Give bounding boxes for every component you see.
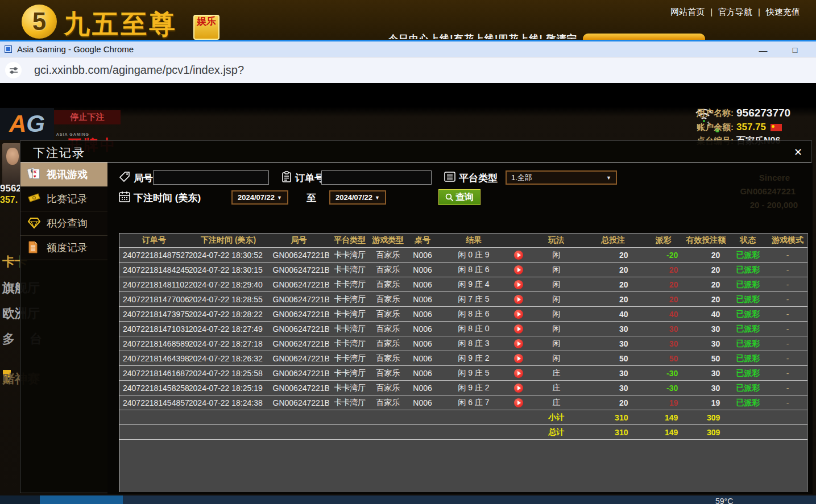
cell-table: N006 bbox=[405, 248, 440, 262]
dealer-avatar bbox=[2, 143, 21, 188]
url-text[interactable]: gci.xxinbb.com/agingame/pcv1/index.jsp? bbox=[34, 64, 244, 77]
subtotal-row-cell bbox=[508, 410, 529, 424]
cell-time: 2024-07-22 18:29:40 bbox=[189, 277, 268, 291]
cell-game: 百家乐 bbox=[370, 307, 405, 321]
search-button[interactable]: 查询 bbox=[438, 189, 481, 205]
sidebar-item-points-query[interactable]: 积分查询 bbox=[20, 211, 107, 236]
cell-platform: 卡卡湾厅 bbox=[329, 307, 370, 321]
table-header-cell bbox=[508, 234, 529, 247]
cell-round: GN006247221BX bbox=[268, 248, 330, 262]
cell-replay bbox=[508, 322, 529, 336]
subtotal-row-cell bbox=[189, 410, 268, 424]
platform-type-select[interactable]: 1.全部 ▼ bbox=[506, 170, 617, 185]
replay-play-icon[interactable] bbox=[514, 280, 523, 289]
chevron-down-icon: ▼ bbox=[375, 195, 380, 201]
close-icon[interactable]: ✕ bbox=[794, 146, 802, 159]
date-to-select[interactable]: 2024/07/22 ▼ bbox=[329, 190, 386, 205]
window-titlebar: Asia Gaming - Google Chrome — □ bbox=[0, 40, 816, 57]
cell-table: N006 bbox=[405, 351, 440, 365]
cell-table: N006 bbox=[405, 263, 440, 277]
table-row: 2407221814582582024-07-22 18:25:19GN0062… bbox=[119, 381, 807, 395]
replay-play-icon[interactable] bbox=[514, 384, 523, 393]
platform-type-label: 平台类型 bbox=[459, 172, 498, 185]
brand-name: 九五至尊 bbox=[64, 7, 177, 40]
cell-status: 已派彩 bbox=[728, 322, 768, 336]
sidebar-item-video-games[interactable]: 9K♥ 视讯游戏 bbox=[20, 163, 107, 187]
table-header-cell: 平台类型 bbox=[329, 234, 370, 247]
subtotal-row-cell bbox=[329, 410, 370, 424]
cell-payout: 50 bbox=[643, 351, 684, 365]
cell-valid-bet: 50 bbox=[684, 351, 728, 365]
table-row: 2407221814685892024-07-22 18:27:18GN0062… bbox=[119, 336, 807, 351]
cell-valid-bet: 30 bbox=[684, 381, 728, 395]
nav-link-recharge[interactable]: 快速充值 bbox=[766, 7, 800, 18]
window-maximize-button[interactable]: □ bbox=[782, 41, 808, 59]
cell-mode: - bbox=[768, 351, 807, 365]
table-header-cell: 局号 bbox=[268, 234, 330, 247]
site-settings-icon[interactable] bbox=[5, 62, 22, 78]
cell-time: 2024-07-22 18:25:58 bbox=[189, 366, 268, 380]
cell-mode: - bbox=[768, 322, 807, 336]
site-banner: 5 九五至尊 娱乐 网站首页 官方导航 快速充值 今日中心上线!有花上线!四花上… bbox=[0, 0, 816, 40]
cell-payout: -30 bbox=[643, 366, 684, 380]
replay-play-icon[interactable] bbox=[514, 265, 523, 274]
cell-total-bet: 20 bbox=[583, 248, 643, 262]
total-row-cell: 总计 bbox=[529, 425, 583, 439]
date-from-select[interactable]: 2024/07/22 ▼ bbox=[231, 190, 288, 205]
brand-logo: 5 bbox=[22, 5, 57, 39]
sidebar-item-label: 额度记录 bbox=[47, 241, 88, 255]
table-row: 2407221814548572024-07-22 18:24:38GN0062… bbox=[119, 395, 807, 410]
window-title: Asia Gaming - Google Chrome bbox=[17, 44, 134, 54]
background-username-partial: 9562 bbox=[0, 183, 22, 194]
cell-round: GN006247221BR bbox=[268, 336, 330, 351]
cell-platform: 卡卡湾厅 bbox=[329, 351, 370, 365]
cell-result: 闲 9 庄 2 bbox=[440, 351, 508, 365]
cell-result: 闲 6 庄 7 bbox=[440, 395, 508, 410]
cell-platform: 卡卡湾厅 bbox=[329, 292, 370, 306]
cell-order: 240722181487527 bbox=[119, 248, 189, 262]
clipboard-icon bbox=[281, 171, 293, 182]
replay-play-icon[interactable] bbox=[514, 251, 523, 260]
replay-play-icon[interactable] bbox=[514, 354, 523, 363]
cell-mode: - bbox=[768, 277, 807, 291]
sidebar-item-credit-records[interactable]: 额度记录 bbox=[20, 236, 107, 260]
replay-play-icon[interactable] bbox=[514, 398, 523, 407]
username-value: 956273770 bbox=[736, 107, 790, 119]
nav-link-guide[interactable]: 官方导航 bbox=[718, 7, 766, 18]
cell-payout: 20 bbox=[643, 263, 684, 277]
cell-result: 闲 8 庄 6 bbox=[440, 263, 508, 277]
cell-platform: 卡卡湾厅 bbox=[329, 336, 370, 351]
subtotal-row-cell bbox=[119, 410, 189, 424]
sidebar-item-match-records[interactable]: 比赛记录 bbox=[20, 187, 107, 211]
replay-play-icon[interactable] bbox=[514, 310, 523, 319]
cell-time: 2024-07-22 18:30:15 bbox=[189, 263, 268, 277]
taskbar-progress-segment bbox=[40, 495, 123, 504]
cell-order: 240722181481102 bbox=[119, 277, 189, 291]
cell-round: GN006247221BT bbox=[268, 307, 330, 321]
cell-mode: - bbox=[768, 395, 807, 410]
cell-valid-bet: 40 bbox=[684, 307, 728, 321]
cell-payout: 20 bbox=[643, 277, 684, 291]
taskbar: 59°C bbox=[0, 495, 816, 504]
cell-table: N006 bbox=[405, 292, 440, 306]
cell-order: 240722181473975 bbox=[119, 307, 189, 321]
cell-time: 2024-07-22 18:27:49 bbox=[189, 322, 268, 336]
stop-betting-banner: 停止下注 bbox=[54, 110, 121, 124]
nav-link-home[interactable]: 网站首页 bbox=[670, 7, 718, 18]
replay-play-icon[interactable] bbox=[514, 295, 523, 304]
cell-platform: 卡卡湾厅 bbox=[329, 366, 370, 380]
round-number-input[interactable] bbox=[153, 170, 269, 185]
search-icon bbox=[445, 193, 454, 202]
order-number-input[interactable] bbox=[321, 170, 432, 185]
top-nav-links: 网站首页 官方导航 快速充值 bbox=[670, 7, 800, 18]
cell-game: 百家乐 bbox=[370, 277, 405, 291]
table-empty-area bbox=[119, 440, 807, 492]
replay-play-icon[interactable] bbox=[514, 369, 523, 378]
replay-play-icon[interactable] bbox=[514, 339, 523, 348]
replay-play-icon[interactable] bbox=[514, 324, 523, 334]
table-row: 2407221814739752024-07-22 18:28:22GN0062… bbox=[119, 307, 807, 322]
dealer-face bbox=[6, 148, 19, 165]
window-minimize-button[interactable]: — bbox=[750, 41, 776, 59]
cell-payout: -30 bbox=[643, 381, 684, 395]
tag-icon bbox=[119, 171, 130, 182]
